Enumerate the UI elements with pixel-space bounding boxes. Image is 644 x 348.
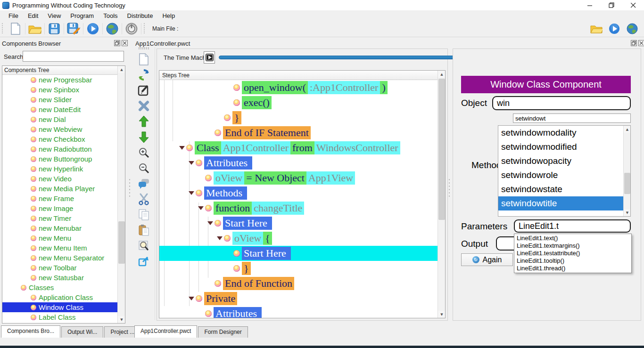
collapse-triangle-icon[interactable] (189, 191, 194, 195)
close-panel-icon[interactable] (638, 40, 644, 46)
tree-item[interactable]: new Frame (2, 194, 125, 203)
menu-item-tools[interactable]: Tools (99, 11, 122, 20)
autocomplete-item[interactable]: LineEdit1.tooltip() (514, 257, 631, 264)
scroll-up-icon[interactable]: ▲ (438, 71, 446, 78)
menu-item-program[interactable]: Program (66, 11, 99, 20)
new-file-icon[interactable] (7, 22, 25, 36)
zoom-in-icon[interactable] (136, 145, 151, 160)
step-row[interactable]: ClassApp1ControllerfromWindowsController (159, 140, 445, 155)
tree-item[interactable]: Application Class (2, 292, 125, 302)
panel-tab[interactable]: Components Bro... (1, 325, 60, 338)
method-list-item[interactable]: setwindowstate (498, 182, 630, 196)
web-icon[interactable] (103, 22, 121, 36)
collapse-triangle-icon[interactable] (207, 221, 213, 225)
tree-item[interactable]: new Slider (2, 95, 125, 105)
step-row[interactable]: } (159, 261, 445, 276)
step-row[interactable]: Start Here (159, 246, 445, 261)
open-folder-icon[interactable] (26, 22, 44, 36)
maximize-button[interactable] (601, 0, 622, 10)
tree-item[interactable]: new Spinbox (2, 85, 125, 95)
scroll-down-icon[interactable]: ▼ (438, 311, 446, 318)
zoom-out-icon[interactable] (136, 160, 151, 176)
autocomplete-item[interactable]: LineEdit1.textmargins() (514, 242, 631, 249)
tree-item[interactable]: new Video (2, 174, 125, 184)
toolbar-grip[interactable] (139, 47, 149, 49)
web-icon[interactable] (623, 22, 641, 36)
tree-item[interactable]: new Webview (2, 124, 125, 134)
tree-item[interactable]: new Menu Separator (2, 253, 125, 263)
panel-tab[interactable]: Output Wi... (61, 326, 103, 338)
menu-item-view[interactable]: View (43, 11, 66, 20)
run-icon[interactable] (605, 22, 623, 36)
step-row[interactable]: } (159, 110, 445, 125)
tree-item[interactable]: Classes (2, 283, 125, 292)
collapse-triangle-icon[interactable] (179, 146, 185, 150)
tree-item[interactable]: new Checkbox (2, 134, 125, 144)
tree-item[interactable]: new Statusbar (2, 273, 125, 283)
scroll-up-icon[interactable]: ▲ (118, 66, 125, 73)
collapse-triangle-icon[interactable] (189, 161, 194, 165)
copy-icon[interactable] (136, 207, 151, 222)
find-icon[interactable] (136, 238, 151, 253)
object-input[interactable]: win (492, 96, 631, 110)
step-row[interactable]: oView= New ObjectApp1View (159, 170, 445, 186)
step-row[interactable]: End of Function (159, 276, 445, 291)
method-list-scrollbar[interactable]: ▲ ▼ (623, 126, 630, 216)
method-list-item[interactable]: setwindowtitle (498, 196, 630, 210)
float-panel-icon[interactable] (631, 40, 637, 46)
step-row[interactable]: Attributes (159, 155, 445, 170)
scrollbar-thumb[interactable] (118, 221, 125, 264)
tree-item[interactable]: new Progressbar (2, 75, 125, 85)
method-list-item[interactable]: setwindowrole (498, 168, 630, 182)
splitter-handle[interactable] (128, 178, 131, 197)
step-row[interactable]: exec() (159, 95, 445, 110)
tree-item[interactable]: new Image (2, 203, 125, 213)
components-tree-scrollbar[interactable]: ▲ ▼ (117, 66, 125, 323)
minimize-button[interactable] (579, 0, 601, 10)
collapse-triangle-icon[interactable] (198, 206, 204, 210)
comments-icon[interactable] (136, 176, 151, 191)
search-input[interactable] (23, 51, 124, 62)
menu-item-edit[interactable]: Edit (23, 11, 43, 20)
tree-item[interactable]: new DateEdit (2, 105, 125, 114)
close-panel-icon[interactable] (122, 40, 128, 46)
menu-item-distribute[interactable]: Distribute (123, 11, 158, 20)
time-machine-play-button[interactable] (204, 51, 215, 64)
steps-tree-scrollbar[interactable]: ▲ ▼ (438, 71, 445, 318)
cut-icon[interactable] (136, 191, 151, 207)
save-icon[interactable] (45, 22, 63, 36)
delete-icon[interactable] (136, 98, 151, 113)
parameters-input[interactable]: LineEdit1.t (514, 219, 631, 233)
scroll-down-icon[interactable]: ▼ (624, 209, 631, 216)
detach-icon[interactable] (136, 253, 151, 269)
scroll-down-icon[interactable]: ▼ (118, 316, 125, 323)
refresh-icon[interactable] (136, 67, 151, 82)
paste-icon[interactable] (136, 222, 151, 238)
scrollbar-thumb[interactable] (438, 79, 445, 220)
collapse-triangle-icon[interactable] (217, 236, 223, 240)
tree-item[interactable]: new Timer (2, 213, 125, 223)
collapse-triangle-icon[interactable] (189, 297, 194, 300)
step-row[interactable]: Attributes (159, 306, 445, 318)
close-button[interactable] (622, 0, 644, 10)
method-list-item[interactable]: setwindowopacity (498, 154, 630, 168)
edit-icon[interactable] (136, 82, 151, 98)
again-button[interactable]: ↻ Again (461, 253, 513, 266)
method-filter-input[interactable]: setwindowt (513, 113, 631, 123)
step-row[interactable]: open_window(:App1Controller) (159, 80, 445, 95)
method-list-item[interactable]: setwindowmodified (498, 140, 630, 154)
tree-item[interactable]: new Hyperlink (2, 164, 125, 174)
tree-item[interactable]: new Toolbar (2, 263, 125, 273)
tree-item[interactable]: new Menu Item (2, 243, 125, 253)
step-row[interactable]: functionchangeTitle (159, 201, 445, 216)
tree-item[interactable]: Label Class (2, 312, 125, 322)
step-row[interactable]: Private (159, 291, 445, 306)
tree-item[interactable]: new Menubar (2, 223, 125, 233)
menu-item-help[interactable]: Help (157, 11, 180, 20)
step-row[interactable]: End of IF Statement (159, 125, 445, 140)
move-up-icon[interactable] (136, 113, 151, 129)
method-list-item[interactable]: setwindowmodality (498, 126, 630, 140)
float-panel-icon[interactable] (114, 40, 120, 46)
step-row[interactable]: Start Here (159, 216, 445, 231)
editor-tab[interactable]: App1Controller.pwct (134, 325, 197, 338)
